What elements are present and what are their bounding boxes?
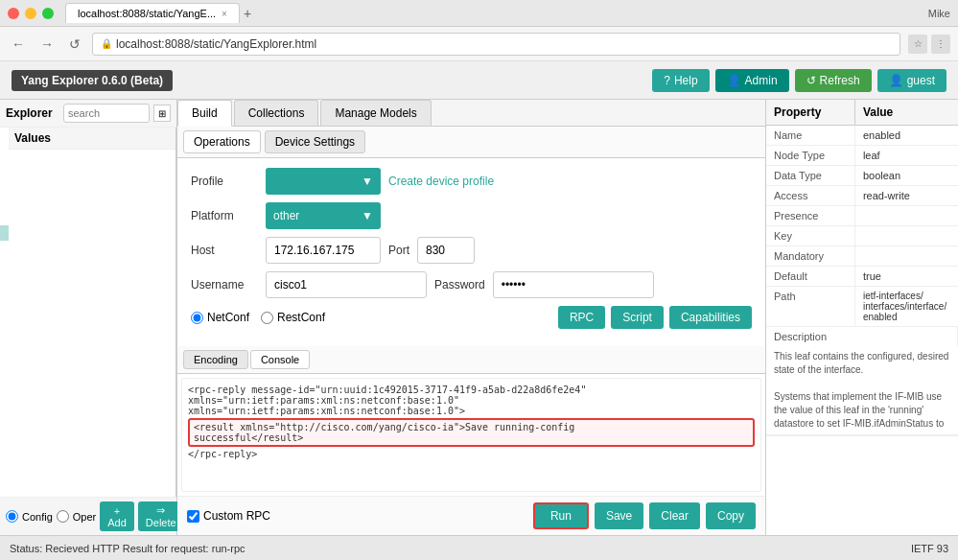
restconf-radio[interactable] xyxy=(261,312,273,324)
console-line-2: xmlns="urn:ietf:params:xml:ns:netconf:ba… xyxy=(188,395,755,406)
console-highlight-block: <result xmlns="http://cisco.com/yang/cis… xyxy=(188,418,755,447)
add-button[interactable]: + Add xyxy=(100,502,134,531)
custom-rpc-check[interactable] xyxy=(187,510,199,523)
tree-item-netconf-monitoring[interactable]: ▶ ◆ ietf-netconf-monitoring xyxy=(0,272,9,288)
status-message: Status: Recieved HTTP Result for request… xyxy=(10,543,245,554)
console-line-4: <result xmlns="http://cisco.com/yang/cis… xyxy=(194,422,749,432)
tab-manage-models[interactable]: Manage Models xyxy=(320,100,431,126)
netconf-radio[interactable] xyxy=(191,312,203,324)
script-button[interactable]: Script xyxy=(611,306,664,329)
host-input[interactable] xyxy=(266,237,381,264)
statusbar: Status: Recieved HTTP Result for request… xyxy=(0,535,958,560)
username-input[interactable] xyxy=(266,271,427,298)
prop-row-presence: Presence xyxy=(766,206,958,226)
refresh-app-button[interactable]: ↺ Refresh xyxy=(795,69,872,92)
addressbar: ← → ↺ 🔒 localhost:8088/static/YangExplor… xyxy=(0,27,958,61)
help-button[interactable]: ? Help xyxy=(652,69,709,92)
tree-item-ietf-interfaces[interactable]: ▼ ◆ ietf-interfaces xyxy=(0,131,9,147)
main-layout: Explorer ⊞ ▼ ◆ ietf-interfaces ▼ 📁 inter… xyxy=(0,100,958,535)
form-area: Profile ▼ Create device profile Platform… xyxy=(177,158,765,346)
run-button[interactable]: Run xyxy=(533,502,589,529)
config-radio-group: Config Oper xyxy=(6,502,96,531)
subtab-operations[interactable]: Operations xyxy=(183,130,261,153)
add-tab-icon[interactable]: + xyxy=(244,6,251,21)
tree-item-link-up-down[interactable]: ✏ link-up-down-trap-enable xyxy=(0,241,9,256)
tab-url: localhost:8088/static/YangE... xyxy=(78,8,216,19)
center-panel: Build Collections Manage Models Operatio… xyxy=(177,100,766,535)
oper-radio[interactable] xyxy=(57,510,69,523)
rpc-button[interactable]: RPC xyxy=(558,306,605,329)
explorer-title: Explorer xyxy=(6,106,59,120)
prop-row-default: Default true xyxy=(766,267,958,287)
prop-row-path: Path ietf-interfaces/interfaces/interfac… xyxy=(766,287,958,327)
tree-item-description[interactable]: ✏ description xyxy=(0,195,9,210)
console-tab[interactable]: Console xyxy=(250,350,310,369)
app-title: Yang Explorer 0.6.0 (Beta) xyxy=(12,70,173,91)
expand-button[interactable]: ⊞ xyxy=(153,105,171,122)
tree-item-name[interactable]: 🔑 name xyxy=(0,179,9,195)
explorer-panel: Explorer ⊞ ▼ ◆ ietf-interfaces ▼ 📁 inter… xyxy=(0,100,177,535)
create-profile-link[interactable]: Create device profile xyxy=(388,175,494,188)
tab-collections[interactable]: Collections xyxy=(234,100,319,126)
titlebar: localhost:8088/static/YangE... × + Mike xyxy=(0,0,958,27)
minimize-dot[interactable] xyxy=(25,8,36,19)
prop-row-datatype: Data Type boolean xyxy=(766,166,958,186)
header-buttons: ? Help 👤 Admin ↺ Refresh 👤 guest xyxy=(652,69,946,92)
copy-button[interactable]: Copy xyxy=(706,502,756,529)
custom-rpc-checkbox[interactable]: Custom RPC xyxy=(187,509,270,523)
tab-build[interactable]: Build xyxy=(177,100,232,127)
save-button[interactable]: Save xyxy=(595,502,643,529)
guest-icon: 👤 xyxy=(889,74,903,87)
subtabs-bar: Operations Device Settings xyxy=(177,127,765,158)
values-panel: Values xyxy=(9,128,176,497)
capabilities-button[interactable]: Capabilities xyxy=(669,306,752,329)
search-input[interactable] xyxy=(63,104,150,123)
forward-button[interactable]: → xyxy=(36,35,58,54)
user-name: Mike xyxy=(928,8,950,19)
profile-row: Profile ▼ Create device profile xyxy=(191,168,752,195)
tree-item-interfaces[interactable]: ▼ 📁 interfaces xyxy=(0,147,9,163)
admin-icon: 👤 xyxy=(727,74,741,87)
console-line-1: <rpc-reply message-id="urn:uuid:1c492015… xyxy=(188,385,755,395)
tree-item-enabled[interactable]: ✏ enabled xyxy=(0,225,9,241)
property-col-header: Property xyxy=(766,100,855,125)
menu-icon[interactable]: ⋮ xyxy=(931,35,950,54)
restconf-radio-label[interactable]: RestConf xyxy=(261,311,325,324)
prop-row-description: Description This leaf contains the confi… xyxy=(766,327,958,436)
profile-select[interactable]: ▼ xyxy=(266,168,381,195)
admin-button[interactable]: 👤 Admin xyxy=(715,69,789,92)
tree-item-interface[interactable]: ▼ 📁 interface xyxy=(0,163,9,179)
main-tabs-bar: Build Collections Manage Models xyxy=(177,100,765,127)
prop-row-name: Name enabled xyxy=(766,126,958,146)
tab-close-icon[interactable]: × xyxy=(222,9,227,19)
url-text: localhost:8088/static/YangExplorer.html xyxy=(116,37,316,51)
clear-button[interactable]: Clear xyxy=(649,502,700,529)
platform-row: Platform other ▼ xyxy=(191,202,752,229)
bottom-action-buttons: Run Save Clear Copy xyxy=(533,502,756,529)
tree-item-type[interactable]: ✏ type xyxy=(0,210,9,225)
browser-tab[interactable]: localhost:8088/static/YangE... × xyxy=(65,3,240,23)
port-input[interactable] xyxy=(417,237,475,264)
dropdown-arrow-icon: ▼ xyxy=(362,175,373,188)
maximize-dot[interactable] xyxy=(42,8,54,19)
close-dot[interactable] xyxy=(8,8,19,19)
console-tabs: Encoding Console xyxy=(177,346,765,374)
encoding-tab[interactable]: Encoding xyxy=(183,350,248,369)
property-panel: Property Value Name enabled Node Type le… xyxy=(766,100,958,535)
platform-select[interactable]: other ▼ xyxy=(266,202,381,229)
tree-item-interfaces-state[interactable]: ▶ 📁 interfaces-state xyxy=(0,256,9,272)
browser-icons: ☆ ⋮ xyxy=(908,35,950,54)
netconf-radio-label[interactable]: NetConf xyxy=(191,311,249,324)
value-col-header: Value xyxy=(855,100,958,125)
password-input[interactable] xyxy=(493,271,654,298)
ietf-version: IETF 93 xyxy=(911,543,948,554)
config-radio[interactable] xyxy=(6,510,18,523)
star-icon[interactable]: ☆ xyxy=(908,35,927,54)
back-button[interactable]: ← xyxy=(8,35,29,54)
refresh-button[interactable]: ↺ xyxy=(65,35,84,54)
url-bar[interactable]: 🔒 localhost:8088/static/YangExplorer.htm… xyxy=(92,33,900,56)
console-line-6: </rpc-reply> xyxy=(188,449,755,459)
guest-button[interactable]: 👤 guest xyxy=(877,69,946,92)
explorer-bottom: Config Oper + Add ⇒ Delete ↺ Reset xyxy=(0,497,176,535)
subtab-device-settings[interactable]: Device Settings xyxy=(265,130,365,153)
